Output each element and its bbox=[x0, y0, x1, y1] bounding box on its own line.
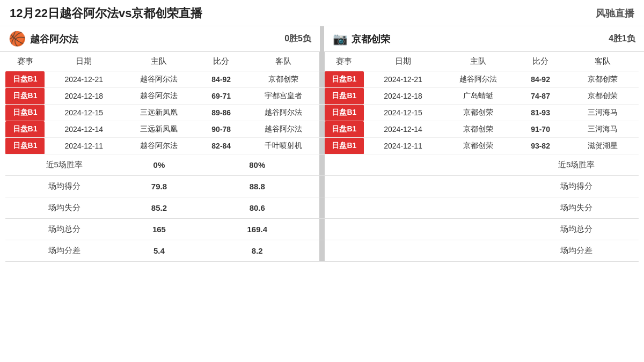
stats-row: 场均失分 85.2 80.6 场均失分 bbox=[5, 197, 639, 219]
right-away: 三河海马 bbox=[567, 105, 639, 121]
stats-left-label: 场均分差 bbox=[5, 240, 123, 262]
stats-row: 近5场胜率 0% 80% 近5场胜率 bbox=[5, 154, 639, 176]
left-col-score: 比分 bbox=[195, 52, 247, 71]
left-home: 三远新凤凰 bbox=[123, 105, 195, 121]
right-away: 京都创荣 bbox=[567, 71, 639, 88]
left-score: 84-92 bbox=[195, 71, 247, 88]
table-row: 日盘B1 2024-12-15 三远新凤凰 89-86 越谷阿尔法 日盘B1 2… bbox=[5, 105, 639, 121]
main-table-wrap: 赛事 日期 主队 比分 客队 赛事 日期 主队 比分 客队 日盘B1 2024-… bbox=[0, 52, 644, 262]
right-team-record: 4胜1负 bbox=[609, 33, 635, 45]
table-row: 日盘B1 2024-12-21 越谷阿尔法 84-92 京都创荣 日盘B1 20… bbox=[5, 71, 639, 88]
right-match-type: 日盘B1 bbox=[325, 88, 364, 105]
stats-row: 场均分差 5.4 8.2 场均分差 bbox=[5, 240, 639, 262]
left-away: 宇都宫皇者 bbox=[247, 88, 319, 105]
right-away: 滋贺湖星 bbox=[567, 138, 639, 154]
left-date: 2024-12-21 bbox=[45, 71, 123, 88]
stats-left-val: 165 bbox=[123, 219, 195, 240]
left-match-type: 日盘B1 bbox=[5, 121, 45, 138]
left-away: 越谷阿尔法 bbox=[247, 105, 319, 121]
stats-left-label: 场均失分 bbox=[5, 197, 123, 219]
right-match-type: 日盘B1 bbox=[325, 138, 364, 154]
right-date: 2024-12-15 bbox=[364, 105, 442, 121]
page-title: 12月22日越谷阿尔法vs京都创荣直播 bbox=[10, 5, 202, 21]
right-away: 京都创荣 bbox=[567, 88, 639, 105]
stats-right-val: 80% bbox=[195, 154, 319, 176]
right-col-score: 比分 bbox=[514, 52, 567, 71]
right-match-type: 日盘B1 bbox=[325, 121, 364, 138]
row-divider bbox=[319, 71, 325, 88]
table-header-row: 赛事 日期 主队 比分 客队 赛事 日期 主队 比分 客队 bbox=[5, 52, 639, 71]
left-home: 三远新凤凰 bbox=[123, 121, 195, 138]
left-away: 越谷阿尔法 bbox=[247, 121, 319, 138]
right-home: 广岛蜻蜓 bbox=[442, 88, 514, 105]
stats-right-label2: 场均分差 bbox=[514, 240, 639, 262]
right-score: 93-82 bbox=[514, 138, 567, 154]
stats-right-label2: 场均得分 bbox=[514, 176, 639, 197]
left-col-home: 主队 bbox=[123, 52, 195, 71]
stats-divider bbox=[319, 176, 325, 197]
right-score: 81-93 bbox=[514, 105, 567, 121]
right-home: 京都创荣 bbox=[442, 105, 514, 121]
stats-right-val: 169.4 bbox=[195, 219, 319, 240]
stats-right-label2: 场均失分 bbox=[514, 197, 639, 219]
main-table: 赛事 日期 主队 比分 客队 赛事 日期 主队 比分 客队 日盘B1 2024-… bbox=[5, 52, 639, 262]
left-away: 京都创荣 bbox=[247, 71, 319, 88]
team-header-row: 🏀 越谷阿尔法 0胜5负 📷 京都创荣 4胜1负 bbox=[0, 26, 644, 52]
col-divider-header bbox=[319, 52, 325, 71]
left-match-type: 日盘B1 bbox=[5, 138, 45, 154]
row-divider bbox=[319, 138, 325, 154]
left-date: 2024-12-15 bbox=[45, 105, 123, 121]
stats-right-val2 bbox=[325, 176, 442, 197]
right-match-type: 日盘B1 bbox=[325, 71, 364, 88]
left-score: 89-86 bbox=[195, 105, 247, 121]
stats-left-val: 85.2 bbox=[123, 197, 195, 219]
left-home: 越谷阿尔法 bbox=[123, 88, 195, 105]
left-score: 82-84 bbox=[195, 138, 247, 154]
right-date: 2024-12-18 bbox=[364, 88, 442, 105]
right-home: 京都创荣 bbox=[442, 138, 514, 154]
left-score: 90-78 bbox=[195, 121, 247, 138]
stats-right-val: 8.2 bbox=[195, 240, 319, 262]
stats-left-val: 79.8 bbox=[123, 176, 195, 197]
stats-right-val3 bbox=[442, 154, 514, 176]
right-col-match: 赛事 bbox=[325, 52, 364, 71]
right-col-away: 客队 bbox=[567, 52, 639, 71]
right-score: 91-70 bbox=[514, 121, 567, 138]
left-team-name: 越谷阿尔法 bbox=[30, 33, 78, 46]
right-home: 京都创荣 bbox=[442, 121, 514, 138]
right-home: 越谷阿尔法 bbox=[442, 71, 514, 88]
stats-right-val: 80.6 bbox=[195, 197, 319, 219]
right-score: 74-87 bbox=[514, 88, 567, 105]
left-match-type: 日盘B1 bbox=[5, 71, 45, 88]
right-col-home: 主队 bbox=[442, 52, 514, 71]
stats-right-val: 88.8 bbox=[195, 176, 319, 197]
left-team-icon: 🏀 bbox=[9, 31, 26, 47]
stats-divider bbox=[319, 219, 325, 240]
left-col-away: 客队 bbox=[247, 52, 319, 71]
stats-right-val3 bbox=[442, 219, 514, 240]
row-divider bbox=[319, 105, 325, 121]
left-col-match: 赛事 bbox=[5, 52, 45, 71]
left-date: 2024-12-14 bbox=[45, 121, 123, 138]
stats-divider bbox=[319, 154, 325, 176]
right-team-header: 📷 京都创荣 4胜1负 bbox=[324, 26, 644, 51]
left-col-date: 日期 bbox=[45, 52, 123, 71]
left-match-type: 日盘B1 bbox=[5, 88, 45, 105]
table-row: 日盘B1 2024-12-14 三远新凤凰 90-78 越谷阿尔法 日盘B1 2… bbox=[5, 121, 639, 138]
stats-right-val3 bbox=[442, 176, 514, 197]
right-col-date: 日期 bbox=[364, 52, 442, 71]
table-row: 日盘B1 2024-12-11 越谷阿尔法 82-84 千叶喷射机 日盘B1 2… bbox=[5, 138, 639, 154]
stats-right-val3 bbox=[442, 197, 514, 219]
stats-left-label: 场均得分 bbox=[5, 176, 123, 197]
right-score: 84-92 bbox=[514, 71, 567, 88]
right-match-type: 日盘B1 bbox=[325, 105, 364, 121]
stats-right-val2 bbox=[325, 240, 442, 262]
stats-right-label2: 近5场胜率 bbox=[514, 154, 639, 176]
left-team-record: 0胜5负 bbox=[284, 33, 311, 45]
left-team-header: 🏀 越谷阿尔法 0胜5负 bbox=[0, 26, 320, 51]
page-header: 12月22日越谷阿尔法vs京都创荣直播 风驰直播 bbox=[0, 0, 644, 26]
right-team-icon: 📷 bbox=[333, 32, 347, 46]
stats-divider bbox=[319, 197, 325, 219]
stats-row: 场均得分 79.8 88.8 场均得分 bbox=[5, 176, 639, 197]
center-divider bbox=[320, 26, 324, 51]
